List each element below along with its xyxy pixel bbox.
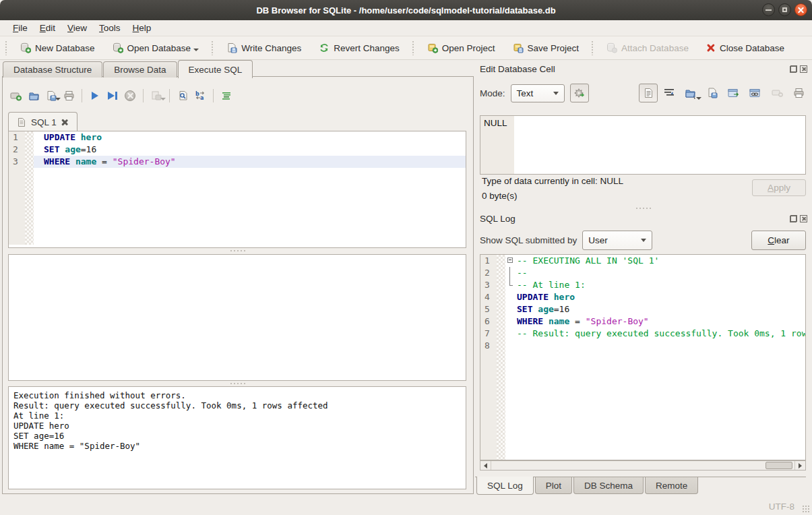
sql-editor[interactable]: 1UPDATE hero 2SET age=16 3WHERE name = "…: [8, 131, 466, 248]
splitter-handle[interactable]: [610, 206, 677, 210]
splitter-handle[interactable]: [3, 382, 473, 386]
close-database-icon: [706, 43, 716, 53]
execute-current-line-button[interactable]: [104, 88, 121, 104]
mode-label: Mode:: [480, 88, 505, 98]
find-button[interactable]: [175, 88, 191, 104]
float-panel-icon[interactable]: [790, 65, 797, 73]
editor-code-line[interactable]: UPDATE hero: [34, 131, 466, 144]
close-database-button[interactable]: Close Database: [700, 40, 790, 56]
fold-minus-icon[interactable]: [505, 255, 516, 267]
mode-dropdown[interactable]: Text: [511, 84, 565, 102]
sql-log-view[interactable]: 1-- EXECUTING ALL IN 'SQL 1' 2-- 3-- At …: [480, 254, 806, 460]
scroll-left-icon[interactable]: [480, 461, 491, 470]
mode-dropdown-value: Text: [517, 88, 534, 98]
dock-tab-plot[interactable]: Plot: [535, 477, 572, 494]
cell-value-editor[interactable]: NULL: [480, 115, 806, 175]
new-sql-tab-button[interactable]: [8, 88, 24, 104]
write-changes-button[interactable]: Write Changes: [220, 40, 307, 56]
clear-log-button[interactable]: Clear: [751, 231, 806, 250]
import-file-button[interactable]: [682, 84, 699, 102]
float-panel-icon[interactable]: [790, 215, 797, 222]
menubar: File Edit View Tools Help: [0, 20, 812, 36]
menu-edit[interactable]: Edit: [34, 22, 61, 34]
splitter-handle[interactable]: [3, 249, 473, 253]
log-horizontal-scrollbar[interactable]: [480, 460, 806, 471]
dock-tab-db-schema[interactable]: DB Schema: [573, 477, 644, 494]
sql-log-panel-title: SQL Log: [480, 214, 516, 224]
scrollbar-thumb[interactable]: [766, 462, 792, 469]
save-sql-file-button[interactable]: [43, 88, 59, 104]
tab-execute-sql[interactable]: Execute SQL: [178, 60, 253, 78]
open-database-dropdown-icon[interactable]: [193, 49, 199, 51]
log-line: 6WHERE name = "Spider-Boy": [480, 315, 805, 328]
log-code-line: SET age=16: [516, 303, 805, 315]
scrollbar-track[interactable]: [491, 461, 795, 470]
clear-button-label: Clear: [768, 235, 789, 245]
edit-cell-controls: Mode: Text: [480, 84, 807, 102]
print-cell-button[interactable]: [790, 84, 807, 102]
execute-sql-button[interactable]: [87, 88, 103, 104]
titlebar[interactable]: DB Browser for SQLite - /home/user/code/…: [0, 0, 812, 21]
export-file-button[interactable]: [704, 84, 721, 102]
menu-view[interactable]: View: [61, 22, 93, 34]
link-button[interactable]: [747, 84, 764, 102]
fold-guide: [505, 267, 516, 279]
find-replace-icon: ba: [195, 90, 206, 101]
sql-log-controls: Show SQL submitted by User Clear: [480, 231, 807, 250]
save-project-icon: [513, 42, 524, 53]
gutter-hatch: [25, 180, 34, 245]
encoding-indicator[interactable]: UTF-8: [769, 502, 794, 512]
fold-guide: [505, 279, 516, 291]
tab-browse-data[interactable]: Browse Data: [103, 61, 177, 78]
apply-button: Apply: [752, 179, 806, 196]
format-sql-button[interactable]: [218, 88, 235, 104]
maximize-icon[interactable]: [778, 3, 791, 16]
scroll-right-icon[interactable]: [795, 461, 805, 470]
menu-tools[interactable]: Tools: [93, 22, 127, 34]
line-number: 8: [480, 340, 497, 352]
write-changes-icon: [226, 42, 237, 53]
close-tab-icon[interactable]: [61, 119, 69, 126]
open-database-button[interactable]: Open Database: [106, 40, 206, 56]
print-sql-button[interactable]: [61, 88, 77, 104]
execution-messages[interactable]: Execution finished without errors. Resul…: [8, 386, 466, 489]
revert-changes-button[interactable]: Revert Changes: [313, 40, 406, 56]
menu-help[interactable]: Help: [127, 22, 158, 34]
sql-log-panel-header: SQL Log: [480, 212, 807, 224]
find-replace-button[interactable]: ba: [192, 88, 208, 104]
toolbar-handle[interactable]: [5, 40, 8, 55]
open-sql-file-button[interactable]: [26, 88, 42, 104]
open-external-button[interactable]: [725, 84, 743, 102]
save-project-button[interactable]: Save Project: [507, 40, 586, 56]
sql-doc-tab[interactable]: SQL 1: [8, 112, 77, 131]
menu-file[interactable]: File: [7, 22, 34, 34]
line-number: 6: [480, 315, 497, 328]
text-mode-button[interactable]: [639, 84, 658, 102]
close-panel-icon[interactable]: [800, 65, 807, 73]
results-grid[interactable]: [8, 254, 466, 381]
tab-database-structure[interactable]: Database Structure: [3, 61, 102, 78]
save-sql-dropdown-icon[interactable]: [55, 98, 61, 100]
main-tab-bar: Database Structure Browse Data Execute S…: [3, 60, 253, 78]
editor-code-line[interactable]: SET age=16: [34, 144, 466, 156]
link-icon: [749, 88, 761, 98]
log-filter-dropdown[interactable]: User: [582, 231, 652, 250]
word-wrap-button[interactable]: [660, 84, 678, 102]
print-icon: [793, 88, 805, 98]
editor-code-line[interactable]: WHERE name = "Spider-Boy": [34, 156, 466, 168]
editor-line: 2SET age=16: [9, 144, 466, 156]
attach-database-icon: [606, 42, 617, 53]
cell-edit-area[interactable]: [514, 116, 805, 174]
new-database-button[interactable]: New Database: [14, 40, 101, 56]
editor-code-line[interactable]: [34, 168, 466, 180]
editor-code-line[interactable]: [34, 180, 466, 245]
open-project-button[interactable]: Open Project: [421, 40, 501, 56]
import-apply-button[interactable]: [570, 84, 589, 102]
dock-tab-sql-log[interactable]: SQL Log: [476, 477, 534, 495]
close-panel-icon[interactable]: [800, 215, 807, 222]
close-icon[interactable]: [794, 3, 807, 16]
minimize-icon[interactable]: [762, 3, 775, 16]
fold-guide: [505, 352, 516, 460]
resize-grip-icon[interactable]: [802, 505, 810, 513]
dock-tab-remote[interactable]: Remote: [645, 477, 698, 494]
